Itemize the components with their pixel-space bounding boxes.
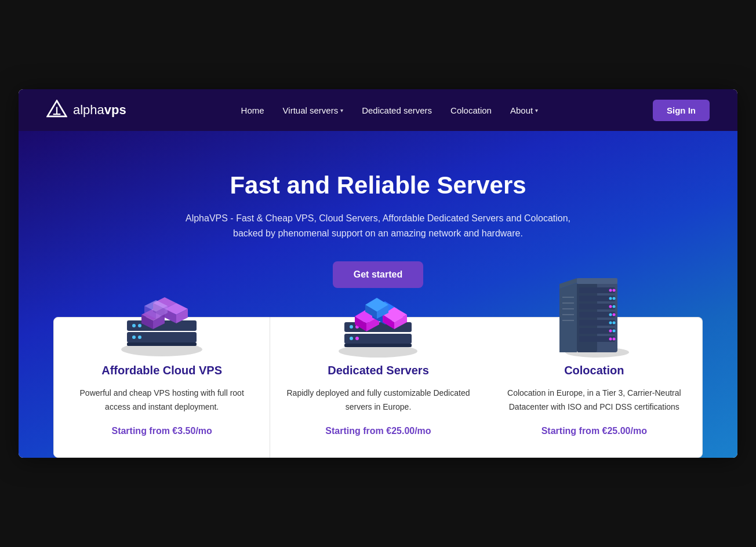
hero-title: Fast and Reliable Servers bbox=[42, 172, 714, 199]
svg-point-6 bbox=[132, 336, 136, 339]
svg-point-64 bbox=[609, 330, 612, 333]
navbar: alphavps Home Virtual servers ▾ Dedicate… bbox=[19, 89, 737, 131]
svg-point-62 bbox=[609, 322, 612, 324]
colocation-illustration bbox=[542, 265, 646, 364]
card-dedicated-description: Rapidly deployed and fully customizable … bbox=[286, 386, 470, 414]
chevron-down-icon-about: ▾ bbox=[535, 107, 538, 114]
colocation-image bbox=[542, 265, 646, 364]
nav-item-about[interactable]: About ▾ bbox=[510, 105, 538, 115]
cards-row: Affordable Cloud VPS Powerful and cheap … bbox=[53, 317, 703, 458]
dedicated-image bbox=[326, 265, 430, 364]
svg-point-54 bbox=[609, 289, 612, 292]
svg-point-66 bbox=[609, 338, 612, 341]
svg-point-9 bbox=[132, 324, 136, 327]
svg-point-60 bbox=[609, 313, 612, 316]
svg-point-63 bbox=[612, 322, 615, 324]
svg-point-57 bbox=[612, 297, 615, 300]
logo-icon bbox=[46, 100, 67, 121]
svg-rect-24 bbox=[344, 334, 412, 344]
dedicated-illustration bbox=[326, 277, 430, 364]
svg-rect-25 bbox=[344, 344, 412, 347]
card-colocation-description: Colocation in Europe, in a Tier 3, Carri… bbox=[503, 386, 686, 414]
card-cloud-vps-title: Affordable Cloud VPS bbox=[101, 364, 222, 377]
svg-rect-73 bbox=[577, 278, 617, 284]
nav-item-colocation[interactable]: Colocation bbox=[450, 105, 492, 115]
chevron-down-icon: ▾ bbox=[340, 107, 343, 114]
svg-point-55 bbox=[612, 289, 615, 292]
card-colocation-title: Colocation bbox=[564, 364, 624, 377]
signin-button[interactable]: Sign In bbox=[653, 100, 710, 121]
svg-point-65 bbox=[612, 330, 615, 333]
svg-marker-46 bbox=[559, 283, 577, 352]
nav-item-virtual-servers[interactable]: Virtual servers ▾ bbox=[283, 105, 344, 115]
svg-point-56 bbox=[609, 297, 612, 300]
svg-rect-4 bbox=[127, 332, 197, 342]
svg-point-58 bbox=[609, 305, 612, 308]
svg-point-61 bbox=[612, 313, 615, 316]
nav-links: Home Virtual servers ▾ Dedicated servers… bbox=[241, 105, 539, 115]
hero-section: Fast and Reliable Servers AlphaVPS - Fas… bbox=[19, 131, 737, 458]
cloud-vps-image bbox=[110, 265, 214, 364]
svg-rect-5 bbox=[127, 342, 197, 346]
hero-subtitle: AlphaVPS - Fast & Cheap VPS, Cloud Serve… bbox=[181, 211, 575, 240]
nav-item-dedicated-servers[interactable]: Dedicated servers bbox=[362, 105, 432, 115]
cloud-vps-illustration bbox=[110, 277, 214, 364]
svg-point-10 bbox=[138, 324, 141, 327]
card-dedicated: Dedicated Servers Rapidly deployed and f… bbox=[270, 317, 486, 458]
svg-point-29 bbox=[350, 325, 353, 329]
svg-point-59 bbox=[612, 305, 615, 308]
svg-point-7 bbox=[138, 336, 141, 339]
card-cloud-vps-description: Powerful and cheap VPS hosting with full… bbox=[70, 386, 253, 414]
svg-point-26 bbox=[350, 337, 353, 340]
card-dedicated-price: Starting from €25.00/mo bbox=[325, 426, 431, 436]
card-dedicated-title: Dedicated Servers bbox=[328, 364, 429, 377]
svg-point-27 bbox=[355, 337, 359, 340]
nav-item-home[interactable]: Home bbox=[241, 105, 264, 115]
card-cloud-vps-price: Starting from €3.50/mo bbox=[111, 426, 212, 436]
card-colocation: Colocation Colocation in Europe, in a Ti… bbox=[486, 317, 703, 458]
card-colocation-price: Starting from €25.00/mo bbox=[541, 426, 647, 436]
svg-point-67 bbox=[612, 338, 615, 341]
brand-name: alphavps bbox=[73, 103, 126, 118]
logo[interactable]: alphavps bbox=[46, 100, 126, 121]
card-cloud-vps: Affordable Cloud VPS Powerful and cheap … bbox=[53, 317, 270, 458]
